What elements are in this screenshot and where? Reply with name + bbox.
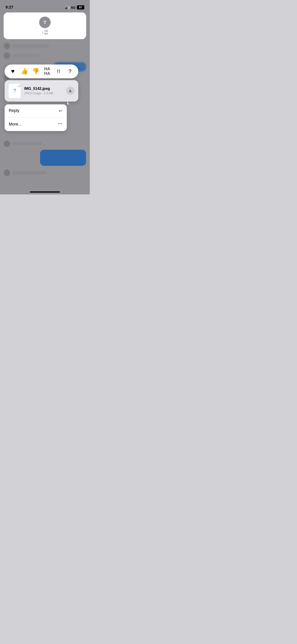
status-time: 9:27 [6, 5, 13, 10]
svg-point-2 [61, 123, 62, 124]
more-button[interactable]: More... [4, 118, 67, 131]
avatar: T [39, 16, 51, 28]
file-info: IMG_5142.jpeg JPEG Image · 2.4 MB [24, 86, 62, 95]
message-bubble: ? IMG_5142.jpeg JPEG Image · 2.4 MB [4, 80, 78, 102]
popup-container: ♥ 👍 👎 HAHA !! ? ? IMG_5142.jpeg JPEG Ima… [4, 64, 78, 131]
bar1 [66, 8, 66, 9]
reaction-summary: 1 HANA [42, 30, 48, 35]
file-name: IMG_5142.jpeg [24, 86, 62, 91]
file-meta: JPEG Image · 2.4 MB [24, 92, 62, 95]
heart-reaction[interactable]: ♥ [8, 68, 18, 75]
bar3 [68, 6, 68, 9]
battery-indicator: 97 [77, 5, 84, 10]
reply-icon: ↩ [59, 108, 62, 114]
home-indicator [30, 192, 60, 192]
more-label: More... [9, 122, 22, 127]
emphasis-reaction[interactable]: !! [54, 68, 63, 74]
reply-label: Reply [9, 108, 19, 113]
contact-card: T 1 HANA [4, 12, 86, 39]
file-icon: ? [8, 84, 21, 98]
question-mark-icon: ? [13, 88, 16, 94]
thumbsdown-reaction[interactable]: 👎 [31, 68, 40, 75]
bar2 [66, 7, 67, 9]
signal-bars-icon [66, 6, 70, 9]
status-bar: 9:27 5G 97 [0, 0, 90, 12]
status-right: 5G 97 [66, 5, 84, 10]
context-menu: Reply ↩ More... [4, 104, 67, 131]
svg-point-1 [60, 123, 60, 124]
thumbsup-reaction[interactable]: 👍 [20, 68, 29, 75]
haha-reaction[interactable]: HAHA [42, 67, 52, 76]
network-type: 5G [71, 6, 76, 10]
svg-point-0 [58, 123, 59, 124]
question-reaction[interactable]: ? [66, 68, 74, 75]
reply-button[interactable]: Reply ↩ [4, 104, 67, 118]
more-icon [58, 121, 62, 127]
reaction-bar: ♥ 👍 👎 HAHA !! ? [4, 64, 78, 78]
download-button[interactable] [66, 86, 74, 95]
bar4 [69, 6, 70, 9]
